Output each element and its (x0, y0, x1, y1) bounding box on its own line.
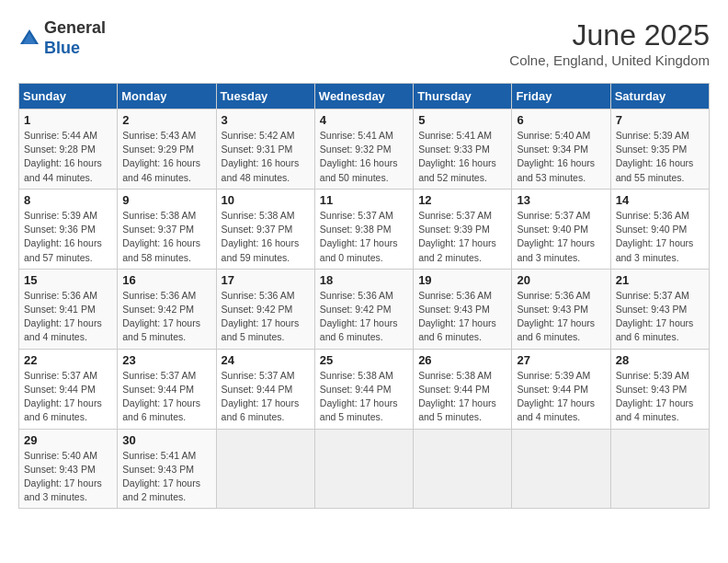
logo-icon (18, 28, 40, 50)
calendar-day-cell: 4Sunrise: 5:41 AMSunset: 9:32 PMDaylight… (314, 109, 413, 190)
calendar-day-cell: 17Sunrise: 5:36 AMSunset: 9:42 PMDayligh… (216, 269, 314, 349)
day-info: Sunrise: 5:36 AMSunset: 9:42 PMDaylight:… (222, 289, 310, 345)
day-info: Sunrise: 5:43 AMSunset: 9:29 PMDaylight:… (122, 129, 210, 185)
calendar-day-cell: 7Sunrise: 5:39 AMSunset: 9:35 PMDaylight… (610, 109, 709, 190)
calendar-day-cell: 6Sunrise: 5:40 AMSunset: 9:34 PMDaylight… (512, 109, 610, 190)
day-number: 15 (24, 273, 112, 287)
calendar-day-cell: 13Sunrise: 5:37 AMSunset: 9:40 PMDayligh… (512, 189, 610, 269)
calendar-table: SundayMondayTuesdayWednesdayThursdayFrid… (18, 83, 710, 509)
day-number: 1 (24, 113, 112, 127)
day-number: 8 (24, 193, 112, 207)
day-info: Sunrise: 5:42 AMSunset: 9:31 PMDaylight:… (222, 129, 310, 185)
day-info: Sunrise: 5:39 AMSunset: 9:43 PMDaylight:… (616, 369, 704, 425)
day-number: 25 (320, 353, 408, 367)
calendar-day-cell: 21Sunrise: 5:37 AMSunset: 9:43 PMDayligh… (610, 269, 709, 349)
day-info: Sunrise: 5:36 AMSunset: 9:43 PMDaylight:… (418, 289, 506, 345)
day-number: 7 (616, 113, 704, 127)
calendar-day-cell: 25Sunrise: 5:38 AMSunset: 9:44 PMDayligh… (314, 349, 413, 429)
day-info: Sunrise: 5:36 AMSunset: 9:41 PMDaylight:… (24, 289, 112, 345)
day-info: Sunrise: 5:40 AMSunset: 9:34 PMDaylight:… (517, 129, 605, 185)
day-number: 10 (222, 193, 310, 207)
calendar-day-cell: 24Sunrise: 5:37 AMSunset: 9:44 PMDayligh… (216, 349, 314, 429)
calendar-day-cell: 16Sunrise: 5:36 AMSunset: 9:42 PMDayligh… (118, 269, 216, 349)
day-info: Sunrise: 5:39 AMSunset: 9:36 PMDaylight:… (24, 209, 112, 265)
day-info: Sunrise: 5:37 AMSunset: 9:44 PMDaylight:… (24, 369, 112, 425)
calendar-week-row: 1Sunrise: 5:44 AMSunset: 9:28 PMDaylight… (19, 109, 710, 190)
logo-text: General Blue (44, 18, 106, 58)
calendar-day-cell: 18Sunrise: 5:36 AMSunset: 9:42 PMDayligh… (314, 269, 413, 349)
day-info: Sunrise: 5:37 AMSunset: 9:43 PMDaylight:… (616, 289, 704, 345)
day-number: 14 (616, 193, 704, 207)
weekday-header: Sunday (19, 84, 118, 109)
weekday-header: Monday (118, 84, 216, 109)
calendar-day-cell: 30Sunrise: 5:41 AMSunset: 9:43 PMDayligh… (118, 429, 216, 509)
location: Colne, England, United Kingdom (509, 52, 710, 68)
day-info: Sunrise: 5:37 AMSunset: 9:44 PMDaylight:… (222, 369, 310, 425)
day-number: 27 (517, 353, 605, 367)
day-info: Sunrise: 5:37 AMSunset: 9:38 PMDaylight:… (320, 209, 408, 265)
calendar-day-cell: 15Sunrise: 5:36 AMSunset: 9:41 PMDayligh… (19, 269, 118, 349)
calendar-day-cell: 8Sunrise: 5:39 AMSunset: 9:36 PMDaylight… (19, 189, 118, 269)
page-header: General Blue June 2025 Colne, England, U… (18, 18, 710, 68)
calendar-day-cell: 9Sunrise: 5:38 AMSunset: 9:37 PMDaylight… (118, 189, 216, 269)
day-number: 30 (122, 433, 210, 447)
calendar-day-cell (216, 429, 314, 509)
day-number: 6 (517, 113, 605, 127)
day-number: 29 (24, 433, 112, 447)
day-info: Sunrise: 5:37 AMSunset: 9:40 PMDaylight:… (517, 209, 605, 265)
day-number: 12 (418, 193, 506, 207)
calendar-day-cell: 2Sunrise: 5:43 AMSunset: 9:29 PMDaylight… (118, 109, 216, 190)
day-info: Sunrise: 5:40 AMSunset: 9:43 PMDaylight:… (24, 449, 112, 505)
day-info: Sunrise: 5:41 AMSunset: 9:33 PMDaylight:… (418, 129, 506, 185)
title-block: June 2025 Colne, England, United Kingdom (509, 18, 710, 68)
calendar-day-cell: 22Sunrise: 5:37 AMSunset: 9:44 PMDayligh… (19, 349, 118, 429)
day-number: 5 (418, 113, 506, 127)
day-number: 11 (320, 193, 408, 207)
calendar-day-cell: 10Sunrise: 5:38 AMSunset: 9:37 PMDayligh… (216, 189, 314, 269)
calendar-day-cell: 23Sunrise: 5:37 AMSunset: 9:44 PMDayligh… (118, 349, 216, 429)
calendar-day-cell (314, 429, 413, 509)
day-info: Sunrise: 5:36 AMSunset: 9:40 PMDaylight:… (616, 209, 704, 265)
day-info: Sunrise: 5:37 AMSunset: 9:39 PMDaylight:… (418, 209, 506, 265)
calendar-day-cell: 28Sunrise: 5:39 AMSunset: 9:43 PMDayligh… (610, 349, 709, 429)
day-number: 18 (320, 273, 408, 287)
month-title: June 2025 (509, 18, 710, 52)
calendar-day-cell: 29Sunrise: 5:40 AMSunset: 9:43 PMDayligh… (19, 429, 118, 509)
day-number: 20 (517, 273, 605, 287)
day-info: Sunrise: 5:38 AMSunset: 9:44 PMDaylight:… (418, 369, 506, 425)
day-info: Sunrise: 5:36 AMSunset: 9:42 PMDaylight:… (122, 289, 210, 345)
calendar-header-row: SundayMondayTuesdayWednesdayThursdayFrid… (19, 84, 710, 109)
weekday-header: Wednesday (314, 84, 413, 109)
calendar-day-cell: 1Sunrise: 5:44 AMSunset: 9:28 PMDaylight… (19, 109, 118, 190)
day-number: 21 (616, 273, 704, 287)
logo-blue-text: Blue (44, 39, 106, 59)
day-info: Sunrise: 5:39 AMSunset: 9:35 PMDaylight:… (616, 129, 704, 185)
calendar-day-cell: 27Sunrise: 5:39 AMSunset: 9:44 PMDayligh… (512, 349, 610, 429)
day-info: Sunrise: 5:38 AMSunset: 9:37 PMDaylight:… (122, 209, 210, 265)
day-number: 3 (222, 113, 310, 127)
day-number: 19 (418, 273, 506, 287)
calendar-day-cell: 20Sunrise: 5:36 AMSunset: 9:43 PMDayligh… (512, 269, 610, 349)
logo-general-text: General (44, 18, 106, 39)
day-number: 23 (122, 353, 210, 367)
logo: General Blue (18, 18, 106, 58)
day-number: 22 (24, 353, 112, 367)
weekday-header: Thursday (414, 84, 512, 109)
day-info: Sunrise: 5:44 AMSunset: 9:28 PMDaylight:… (24, 129, 112, 185)
day-info: Sunrise: 5:36 AMSunset: 9:43 PMDaylight:… (517, 289, 605, 345)
day-number: 13 (517, 193, 605, 207)
calendar-day-cell: 3Sunrise: 5:42 AMSunset: 9:31 PMDaylight… (216, 109, 314, 190)
weekday-header: Saturday (610, 84, 709, 109)
calendar-week-row: 22Sunrise: 5:37 AMSunset: 9:44 PMDayligh… (19, 349, 710, 429)
day-number: 16 (122, 273, 210, 287)
day-info: Sunrise: 5:38 AMSunset: 9:37 PMDaylight:… (222, 209, 310, 265)
calendar-week-row: 29Sunrise: 5:40 AMSunset: 9:43 PMDayligh… (19, 429, 710, 509)
day-number: 24 (222, 353, 310, 367)
calendar-day-cell (414, 429, 512, 509)
calendar-week-row: 15Sunrise: 5:36 AMSunset: 9:41 PMDayligh… (19, 269, 710, 349)
day-info: Sunrise: 5:37 AMSunset: 9:44 PMDaylight:… (122, 369, 210, 425)
calendar-day-cell: 11Sunrise: 5:37 AMSunset: 9:38 PMDayligh… (314, 189, 413, 269)
day-number: 2 (122, 113, 210, 127)
calendar-day-cell (610, 429, 709, 509)
calendar-day-cell: 12Sunrise: 5:37 AMSunset: 9:39 PMDayligh… (414, 189, 512, 269)
